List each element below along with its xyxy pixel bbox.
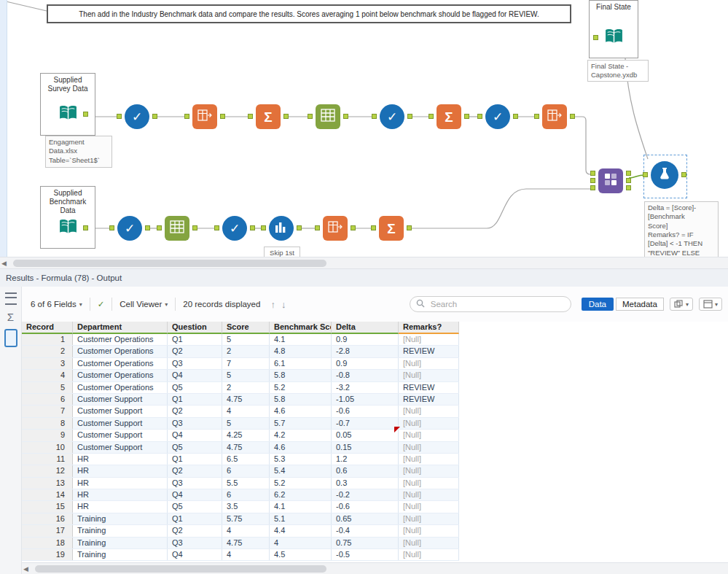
results-horizontal-scrollbar[interactable]: ◀ [22,562,728,574]
table-cell: 0.3 [332,478,399,489]
copy-options-button[interactable]: ▾ [670,298,693,311]
input-anchor-L [590,171,595,176]
table-row[interactable]: 18TrainingQ34.7540.75[Null] [22,538,459,549]
tool-summarize-2[interactable]: Σ [437,104,461,129]
table-cell: 12 [22,465,73,476]
tool-check-5[interactable]: ✓ [222,216,247,241]
table-row[interactable]: 14HRQ466.2-0.2[Null] [22,489,459,501]
table-row[interactable]: 11HRQ16.55.31.2[Null] [22,454,459,465]
tool-check-2[interactable]: ✓ [380,104,404,129]
table-row[interactable]: 2Customer OperationsQ224.8-2.8REVIEW [22,346,459,357]
tool-grid-1[interactable] [316,104,340,129]
tool-arrange-1[interactable] [192,104,217,129]
scroll-down-icon[interactable]: ↓ [281,299,286,310]
table-cell: HR [73,454,168,465]
workflow-comment-box[interactable]: Then add in the Industry Benchmark data … [47,4,571,23]
table-cell: [Null] [399,538,459,548]
table-row[interactable]: 19TrainingQ444.5-0.5[Null] [22,549,459,561]
table-row[interactable]: 7Customer SupportQ244.6-0.6[Null] [22,406,459,417]
table-cell: 4 [22,370,73,381]
tool-arrange-3[interactable] [323,216,348,241]
check-icon: ✓ [132,111,142,123]
final-state-annotation[interactable]: Final State - Capstone.yxdb [587,60,649,82]
table-row[interactable]: 9Customer SupportQ44.254.20.05[Null] [22,430,459,441]
apply-check-button[interactable]: ✓ [98,299,105,309]
table-cell: [Null] [399,406,459,416]
panel-icon-summary[interactable]: Σ [4,311,17,323]
tool-sample[interactable] [269,216,294,241]
tool-check-3[interactable]: ✓ [485,104,510,129]
table-cell: 14 [22,489,73,500]
table-row[interactable]: 15HRQ53.54.1-0.6[Null] [22,501,459,513]
table-cell: HR [73,478,168,489]
output-anchor [570,114,575,119]
tool-arrange-2[interactable] [542,104,567,129]
scroll-left-icon[interactable]: ◀ [23,565,28,573]
table-cell: Training [73,525,168,536]
formula-annotation[interactable]: Delta = [Score]- [Benchmark Score] Remar… [644,201,719,257]
table-cell: [Null] [399,430,459,441]
scrollbar-thumb[interactable] [35,565,326,573]
join-puzzle-icon [603,172,618,190]
column-header[interactable]: Question [168,322,222,334]
table-cell: Q4 [168,370,222,381]
workflow-canvas[interactable]: Then add in the Industry Benchmark data … [0,0,728,257]
table-row[interactable]: 1Customer OperationsQ154.10.9[Null] [22,334,459,346]
input-tool-benchmark[interactable] [55,216,80,241]
tool-grid-2[interactable] [165,216,189,241]
panel-icon-preview-selected[interactable] [4,329,17,347]
cell-viewer-dropdown[interactable]: Cell Viewer ▾ [120,300,168,309]
save-options-button[interactable]: ▾ [699,298,722,311]
scrollbar-thumb[interactable] [13,260,326,267]
scroll-left-icon[interactable]: ◀ [1,259,7,268]
input-anchor [643,172,648,177]
table-cell: 5 [222,418,270,429]
sample-tool-annotation[interactable]: Skip 1st 1 [264,247,300,257]
table-cell: Q2 [168,525,222,536]
column-header[interactable]: Delta [332,322,399,334]
table-row[interactable]: 10Customer SupportQ54.754.60.15[Null] [22,442,459,454]
input-tool-survey[interactable] [55,102,80,127]
column-header[interactable]: Benchmark Score [270,322,332,334]
search-box[interactable] [410,296,571,312]
output-anchor [513,114,518,119]
table-row[interactable]: 17TrainingQ244.4-0.4[Null] [22,525,459,537]
tool-check-1[interactable]: ✓ [125,104,149,129]
table-cell: 5.3 [270,454,332,465]
table-row[interactable]: 4Customer OperationsQ455.8-0.8[Null] [22,370,459,381]
table-cell: 5 [222,370,270,381]
tool-check-4[interactable]: ✓ [117,216,142,241]
panel-icon-columns[interactable] [4,292,17,305]
table-row[interactable]: 3Customer OperationsQ376.10.9[Null] [22,358,459,370]
table-cell: [Null] [399,549,459,560]
table-row[interactable]: 8Customer SupportQ355.7-0.7[Null] [22,418,459,430]
tool-formula[interactable] [651,161,678,189]
table-cell: 4.6 [270,442,332,453]
column-header[interactable]: Record [22,322,73,334]
metadata-tab-button[interactable]: Metadata [616,298,664,311]
tool-summarize-3[interactable]: Σ [379,216,404,241]
fields-dropdown[interactable]: 6 of 6 Fields ▾ [31,300,82,309]
scroll-up-icon[interactable]: ↑ [270,299,275,310]
table-row[interactable]: 5Customer OperationsQ525.2-3.2REVIEW [22,382,459,394]
table-row[interactable]: 6Customer SupportQ14.755.8-1.05REVIEW [22,394,459,406]
table-cell: 3 [22,358,73,369]
table-row[interactable]: 13HRQ35.55.20.3[Null] [22,478,459,489]
tool-summarize-1[interactable]: Σ [256,104,281,129]
table-cell: Q3 [168,418,222,429]
table-row[interactable]: 16TrainingQ15.755.10.65[Null] [22,513,459,525]
survey-input-annotation[interactable]: Engagment Data.xlsx Table=`Sheet1$` [45,136,112,168]
search-input[interactable] [429,299,565,309]
table-cell: [Null] [399,358,459,369]
output-anchor [83,225,88,230]
output-anchor [283,114,289,119]
column-header[interactable]: Department [73,322,168,334]
column-header[interactable]: Remarks? [399,322,459,334]
column-header[interactable]: Score [222,322,270,334]
data-tab-button[interactable]: Data [582,298,614,311]
table-row[interactable]: 12HRQ265.40.6[Null] [22,465,459,477]
cursor-marker-icon [394,427,400,433]
tool-join[interactable] [598,168,623,193]
canvas-horizontal-scrollbar[interactable]: ◀ [0,257,728,269]
output-tool-final-state[interactable] [601,26,626,50]
